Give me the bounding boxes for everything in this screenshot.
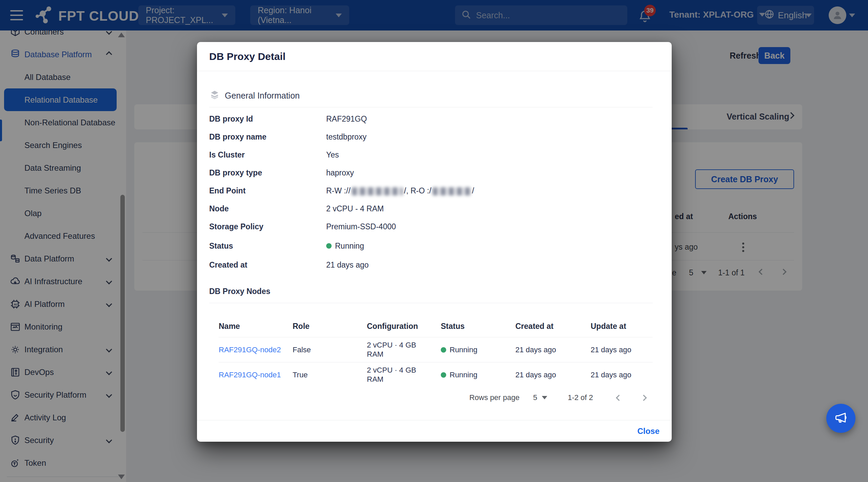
page-range: 1-2 of 2 <box>568 393 593 402</box>
divider <box>209 107 653 107</box>
status-value: Running <box>326 242 364 251</box>
nodes-table: Name Role Configuration Status Created a… <box>219 303 653 387</box>
endpoint-value: R-W :///, R-O :// <box>326 186 474 195</box>
node-link[interactable]: RAF291GQ-node1 <box>219 371 293 379</box>
field-row: End Point R-W :///, R-O :// <box>209 182 653 200</box>
rows-per-page-label: Rows per page <box>469 393 519 402</box>
nodes-pagination: Rows per page 5 1-2 of 2 <box>209 393 653 402</box>
status-cell: Running <box>441 371 515 379</box>
general-fields: DB proxy Id RAF291GQ DB proxy name testd… <box>209 110 653 274</box>
status-cell: Running <box>441 345 515 354</box>
modal-footer: Close <box>197 420 672 442</box>
field-row: DB proxy Id RAF291GQ <box>209 110 653 128</box>
node-value: 2 vCPU - 4 RAM <box>326 204 384 213</box>
is-cluster-value: Yes <box>326 150 339 160</box>
close-button[interactable]: Close <box>637 426 659 436</box>
modal-title: DB Proxy Detail <box>209 51 285 62</box>
layers-icon <box>209 89 220 102</box>
general-information-section: General Information <box>209 89 653 102</box>
field-row: DB proxy type haproxy <box>209 164 653 182</box>
modal-body: General Information DB proxy Id RAF291GQ… <box>197 89 672 402</box>
db-proxy-detail-modal: DB Proxy Detail General Information DB p… <box>197 42 672 442</box>
select-caret-icon[interactable] <box>542 396 547 399</box>
status-dot-green <box>441 372 446 378</box>
table-row: RAF291GQ-node2 False 2 vCPU · 4 GBRAM Ru… <box>219 337 653 362</box>
status-dot-green <box>326 243 332 249</box>
db-proxy-name-value: testdbproxy <box>326 132 367 142</box>
section-title: General Information <box>225 91 300 101</box>
nodes-table-header: Name Role Configuration Status Created a… <box>219 303 653 337</box>
field-row: Storage Policy Premium-SSD-4000 <box>209 218 653 236</box>
nodes-section-title: DB Proxy Nodes <box>209 287 653 296</box>
field-row: DB proxy name testdbproxy <box>209 128 653 146</box>
storage-policy-value: Premium-SSD-4000 <box>326 222 396 231</box>
created-at-value: 21 days ago <box>326 260 369 270</box>
config-cell: 2 vCPU · 4 GBRAM <box>367 366 441 384</box>
previous-page-icon[interactable] <box>616 395 622 401</box>
db-proxy-type-value: haproxy <box>326 168 354 177</box>
table-row: RAF291GQ-node1 True 2 vCPU · 4 GBRAM Run… <box>219 362 653 387</box>
node-link[interactable]: RAF291GQ-node2 <box>219 345 293 354</box>
config-cell: 2 vCPU · 4 GBRAM <box>367 341 441 359</box>
announcement-fab[interactable] <box>826 404 855 433</box>
next-page-icon[interactable] <box>640 395 647 401</box>
field-row: Node 2 vCPU - 4 RAM <box>209 200 653 218</box>
page-size-select[interactable]: 5 <box>533 393 537 402</box>
db-proxy-id-value: RAF291GQ <box>326 114 367 124</box>
field-row: Created at 21 days ago <box>209 256 653 274</box>
redacted-endpoint-blur <box>352 187 403 195</box>
megaphone-icon <box>833 410 848 426</box>
field-row: Status Running <box>209 236 653 256</box>
redacted-endpoint-blur <box>433 187 471 195</box>
field-row: Is Cluster Yes <box>209 146 653 164</box>
status-dot-green <box>441 347 446 353</box>
modal-header: DB Proxy Detail <box>197 42 672 71</box>
